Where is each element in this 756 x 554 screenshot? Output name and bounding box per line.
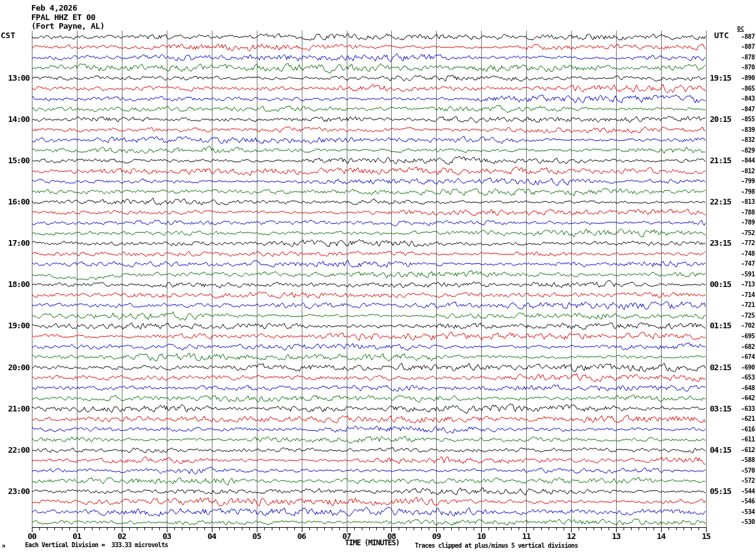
- cst-hour-label: 21:00: [8, 404, 29, 413]
- x-axis-tick-label: 12: [562, 531, 580, 541]
- dc-offset-value: -544: [741, 488, 755, 495]
- dc-offset-value: -799: [741, 178, 755, 184]
- x-axis-tick-label: 14: [652, 531, 670, 541]
- dc-offset-value: -813: [741, 198, 755, 205]
- dc-offset-value: -772: [741, 239, 755, 246]
- dc-offset-value: -591: [741, 271, 755, 278]
- dc-offset-value: -747: [741, 260, 755, 267]
- dc-offset-value: -546: [741, 498, 755, 505]
- dc-offset-value: -865: [741, 85, 755, 92]
- scale-marker-glyph: M: [2, 544, 5, 549]
- dc-offset-value: -887: [741, 33, 755, 40]
- webicorder-page: Feb 4,2026 FPAL HHZ ET 00 (Fort Payne, A…: [0, 0, 756, 554]
- cst-hour-label: 20:00: [8, 363, 29, 372]
- utc-hour-label: 22:15: [710, 197, 731, 206]
- x-axis-tick-label: 03: [157, 531, 176, 541]
- dc-offset-value: -570: [741, 467, 755, 474]
- cst-hour-label: 15:00: [8, 156, 29, 165]
- dc-offset-value: -616: [741, 426, 755, 433]
- dc-offset-value: -612: [741, 446, 755, 453]
- dc-offset-value: -812: [741, 168, 755, 174]
- dc-offset-value: -695: [741, 333, 755, 340]
- dc-offset-value: -674: [741, 353, 755, 360]
- dc-offset-value: -847: [741, 106, 755, 113]
- dc-offset-value: -621: [741, 415, 755, 422]
- dc-offset-value: -725: [741, 312, 755, 319]
- dc-offset-value: -829: [741, 147, 755, 154]
- cst-hour-label: 22:00: [8, 445, 29, 455]
- x-axis-title: TIME (MINUTES): [345, 538, 399, 547]
- utc-hour-label: 04:15: [710, 445, 731, 455]
- dc-offset-value: -789: [741, 219, 755, 226]
- x-axis-tick-label: 05: [247, 531, 266, 541]
- title-station: FPAL HHZ ET 00: [31, 13, 96, 22]
- dc-offset-value: -690: [741, 364, 755, 371]
- dc-offset-value: -878: [741, 54, 755, 61]
- utc-hour-label: 01:15: [710, 321, 731, 330]
- dc-offset-value: -534: [741, 508, 755, 515]
- dc-offset-value: -887: [741, 43, 755, 50]
- dc-offset-value: -642: [741, 395, 755, 401]
- dc-offset-value: -714: [741, 291, 755, 298]
- dc-offset-value: -844: [741, 157, 755, 164]
- x-axis-tick-label: 06: [292, 531, 311, 541]
- cst-hour-label: 16:00: [8, 197, 29, 206]
- dc-offset-value: -530: [741, 518, 755, 525]
- right-timezone-label: UTC: [714, 31, 729, 40]
- dc-offset-value: -721: [741, 301, 755, 308]
- x-axis-tick-label: 10: [472, 531, 490, 541]
- dc-offset-value: -572: [741, 477, 755, 484]
- dc-offset-value: -752: [741, 229, 755, 236]
- dc-offset-value: -633: [741, 405, 755, 412]
- dc-offset-value: -702: [741, 322, 755, 329]
- dc-offset-value: -839: [741, 126, 755, 133]
- x-axis-tick-label: 11: [517, 531, 535, 541]
- dc-offset-value: -588: [741, 456, 755, 463]
- dc-offset-value: -682: [741, 343, 755, 350]
- vertical-division-note: Each Vertical Division = 333.33 microvol…: [25, 541, 168, 548]
- x-axis-tick-label: 00: [22, 531, 41, 541]
- utc-hour-label: 20:15: [710, 114, 731, 124]
- dc-offset-value: -748: [741, 250, 755, 257]
- title-date: Feb 4,2026: [31, 3, 77, 13]
- x-axis-tick-label: 15: [697, 531, 715, 541]
- dc-offset-value: -870: [741, 64, 755, 71]
- utc-hour-label: 00:15: [710, 280, 731, 289]
- utc-hour-label: 23:15: [710, 238, 731, 248]
- dc-offset-value: -653: [741, 374, 755, 381]
- utc-hour-label: 19:15: [710, 73, 731, 83]
- cst-hour-label: 18:00: [8, 280, 29, 289]
- dc-offset-value: -713: [741, 281, 755, 288]
- utc-hour-label: 02:15: [710, 363, 731, 372]
- dc-offset-value: -611: [741, 436, 755, 443]
- cst-hour-label: 23:00: [8, 486, 29, 496]
- x-axis-tick-label: 04: [202, 531, 221, 541]
- title-location: (Fort Payne, AL): [31, 21, 104, 31]
- dc-offset-value: -843: [741, 95, 755, 102]
- x-axis-tick-label: 13: [607, 531, 625, 541]
- dc-offset-header: DC: [737, 26, 744, 32]
- dc-offset-value: -890: [741, 74, 755, 81]
- dc-offset-value: -832: [741, 136, 755, 143]
- dc-offset-value: -855: [741, 116, 755, 123]
- cst-hour-label: 14:00: [8, 114, 29, 124]
- x-axis-tick-label: 02: [112, 531, 131, 541]
- dc-offset-value: -648: [741, 385, 755, 391]
- utc-hour-label: 05:15: [710, 486, 731, 496]
- clip-note: Traces clipped at plus/minus 5 vertical …: [415, 542, 578, 549]
- cst-hour-label: 17:00: [8, 238, 29, 248]
- utc-hour-label: 03:15: [710, 404, 731, 413]
- cst-hour-label: 13:00: [8, 73, 29, 83]
- dc-offset-value: -788: [741, 209, 755, 216]
- x-axis-tick-label: 09: [427, 531, 445, 541]
- cst-hour-label: 19:00: [8, 321, 29, 330]
- left-timezone-label: CST: [1, 31, 15, 40]
- seismogram-canvas: [0, 0, 756, 554]
- dc-offset-value: -798: [741, 188, 755, 195]
- x-axis-tick-label: 01: [67, 531, 86, 541]
- utc-hour-label: 21:15: [710, 156, 731, 165]
